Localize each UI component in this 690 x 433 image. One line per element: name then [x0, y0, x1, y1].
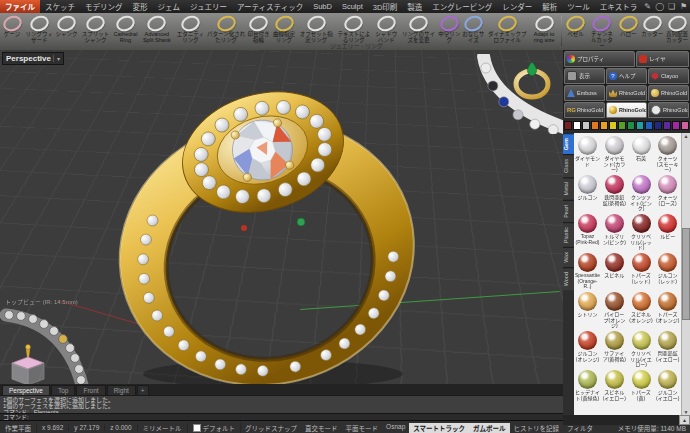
menu-item[interactable]: レンダー: [497, 0, 537, 13]
gem-material-item[interactable]: シトリン: [574, 291, 601, 330]
gem-material-item[interactable]: Topaz (Pink-Red): [574, 213, 601, 252]
tab-layers[interactable]: レイヤ: [636, 51, 689, 67]
gem-material-item[interactable]: 鉄閃亜鉛鉱(茶褐色): [601, 174, 628, 213]
material-category-tab[interactable]: Metal: [563, 177, 574, 199]
ribbon-tool-button[interactable]: Cathedral Ring: [113, 14, 139, 44]
status-toggle[interactable]: Osnap: [382, 423, 409, 433]
color-swatch[interactable]: [573, 121, 581, 130]
tab-display[interactable]: 表示: [564, 68, 605, 84]
ribbon-tool-button[interactable]: オフセット指定リング: [298, 14, 336, 44]
gem-material-item[interactable]: ダイヤモンド(カラー): [601, 135, 628, 174]
tab-rhinogold-compass[interactable]: RhinoGold: [648, 102, 689, 118]
ribbon-tool-button[interactable]: チャンネルカッター: [588, 14, 617, 49]
tab-rhinogold-materials[interactable]: RhinoGold: [606, 102, 647, 118]
tab-clayoo[interactable]: Clayoo: [648, 68, 689, 84]
ribbon-tool-button[interactable]: 直列配置カッター: [664, 14, 690, 49]
new-viewport-tab-button[interactable]: +: [137, 385, 149, 395]
ellipse-icon[interactable]: ◯: [654, 1, 665, 12]
viewport-tab[interactable]: Front: [76, 385, 105, 395]
color-swatch[interactable]: [645, 121, 653, 130]
color-swatch[interactable]: [672, 121, 680, 130]
tab-rhinogold-crown[interactable]: RhinoGold: [606, 85, 647, 101]
ribbon-tool-button[interactable]: ハロー: [616, 14, 640, 49]
ribbon-tool-button[interactable]: シャドウバンド: [373, 14, 400, 44]
gem-material-item[interactable]: ジルコン(イエロー): [654, 369, 681, 408]
menu-item[interactable]: 製造: [402, 0, 427, 13]
gem-material-item[interactable]: パイロープ(オレンジ): [601, 291, 628, 330]
gem-material-item[interactable]: スピネル: [601, 252, 628, 291]
viewport-tab[interactable]: Right: [107, 385, 136, 395]
panel-scroll-corner-icon[interactable]: ▲: [679, 415, 690, 425]
gem-material-item[interactable]: ダイヤモンド: [574, 135, 601, 174]
material-category-tab[interactable]: Plastic: [563, 222, 574, 247]
viewport-title[interactable]: Perspective ▾: [2, 52, 64, 65]
color-swatch[interactable]: [627, 121, 635, 130]
material-category-tab[interactable]: Wax: [563, 247, 574, 267]
ribbon-tool-button[interactable]: ゲージ: [0, 14, 24, 44]
color-swatch[interactable]: [663, 121, 671, 130]
gem-material-item[interactable]: クンツァイト(ピンク): [628, 174, 655, 213]
ribbon-tool-button[interactable]: ダイナミックプロファイル: [485, 14, 529, 44]
task-arc-widget[interactable]: [0, 305, 95, 384]
menu-item[interactable]: Sculpt: [337, 0, 368, 13]
color-swatch[interactable]: [636, 121, 644, 130]
gem-material-item[interactable]: トルマリン(ピンク): [601, 213, 628, 252]
status-toggle[interactable]: 平面モード: [342, 423, 383, 433]
status-toggle[interactable]: グリッドスナップ: [241, 423, 301, 433]
material-category-tab[interactable]: Pearl: [563, 200, 574, 222]
units-field[interactable]: ミリメートル: [138, 423, 188, 433]
gem-material-item[interactable]: Spessartite (Orange-R..): [574, 252, 601, 291]
layer-field[interactable]: デフォルト: [188, 423, 242, 433]
ribbon-tool-button[interactable]: 中空リング: [437, 14, 461, 44]
ribbon-tool-button[interactable]: 曲線指定リング: [271, 14, 298, 44]
gem-material-item[interactable]: ジルコン(レッド): [654, 252, 681, 291]
menu-item[interactable]: ジュエリー: [185, 0, 232, 13]
tab-rhinogold-rg[interactable]: RG RhinoGold: [564, 102, 605, 118]
status-toggle[interactable]: スマートトラック: [409, 423, 469, 433]
color-swatch[interactable]: [591, 121, 599, 130]
ribbon-tool-button[interactable]: Advanced Split Shank: [138, 14, 175, 44]
menu-item[interactable]: ツール: [562, 0, 595, 13]
menu-item[interactable]: エングレービング: [427, 0, 497, 13]
menu-item[interactable]: スケッチ: [40, 0, 80, 13]
tab-properties[interactable]: プロパティ: [564, 51, 635, 67]
menu-item[interactable]: 解析: [537, 0, 562, 13]
ring-model[interactable]: [58, 60, 488, 384]
gem-material-item[interactable]: トパーズ(オレンジ): [654, 291, 681, 330]
color-swatch[interactable]: [654, 121, 662, 130]
gem-material-item[interactable]: クリソベリル(レッド): [628, 213, 655, 252]
material-category-tab[interactable]: Gem: [563, 133, 574, 154]
gem-material-item[interactable]: ジルコン: [574, 174, 601, 213]
command-prompt-input[interactable]: コマンド:: [0, 413, 563, 420]
color-swatch[interactable]: [609, 121, 617, 130]
gem-material-item[interactable]: トパーズ(レッド): [628, 252, 655, 291]
menu-item[interactable]: ファイル: [0, 0, 40, 13]
ribbon-tool-button[interactable]: おなじサイズ: [461, 14, 485, 44]
ribbon-tool-button[interactable]: シャンク: [55, 14, 79, 44]
color-swatch[interactable]: [618, 121, 626, 130]
cplane-button[interactable]: 作業平面: [0, 423, 37, 433]
material-category-tab[interactable]: Glass: [563, 154, 574, 177]
gem-material-item[interactable]: クォーツ(スモーキー): [654, 135, 681, 174]
folder-open-icon[interactable]: ❏: [666, 1, 677, 12]
ribbon-tool-button[interactable]: カッター: [640, 14, 664, 49]
gem-material-item[interactable]: スピネル(オレンジ): [628, 291, 655, 330]
viewport-tab[interactable]: Perspective: [2, 385, 50, 395]
gem-material-item[interactable]: サファイア(黄褐色): [601, 330, 628, 369]
scrollbar-thumb[interactable]: [682, 228, 690, 320]
chevron-down-icon[interactable]: ▾: [53, 55, 60, 62]
viewport-canvas[interactable]: トップビュー (IR: 14.5mm) Perspective ▾: [0, 50, 563, 384]
material-category-tab[interactable]: Wood: [563, 267, 574, 290]
gem-material-item[interactable]: トパーズ(黄): [628, 369, 655, 408]
menu-item[interactable]: 3D印刷: [368, 0, 403, 13]
menu-item[interactable]: ジェム: [153, 0, 186, 13]
menu-item[interactable]: SubD: [308, 0, 337, 13]
pushpin-icon[interactable]: ⚑: [678, 1, 689, 12]
gem-material-item[interactable]: ジルコン(オレンジ): [574, 330, 601, 369]
viewport-tab[interactable]: Top: [51, 385, 75, 395]
ribbon-tool-button[interactable]: リングのサイズを変更: [400, 14, 438, 44]
ribbon-tool-button[interactable]: ベゼル: [564, 14, 588, 49]
gem-material-item[interactable]: クォーツ(ローズ): [654, 174, 681, 213]
tab-emboss[interactable]: Emboss: [564, 85, 605, 101]
ribbon-tool-button[interactable]: エタニティリング: [175, 14, 205, 44]
